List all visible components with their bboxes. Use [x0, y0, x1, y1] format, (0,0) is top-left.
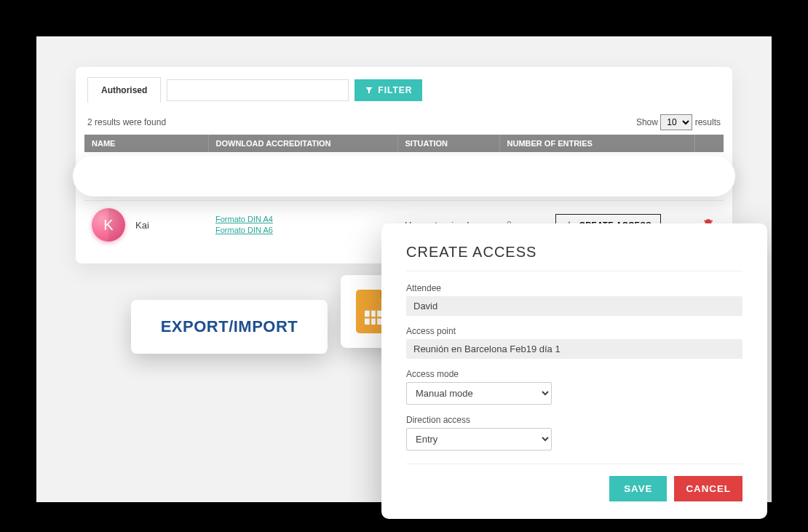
results-bar: 2 results were found Show 10 results [84, 110, 724, 135]
plus-icon [568, 171, 578, 181]
th-situation: SITUATION [397, 135, 499, 152]
row-name: Kai [135, 220, 149, 231]
trash-icon[interactable] [702, 169, 715, 182]
cancel-button[interactable]: CANCEL [674, 476, 742, 501]
accreditation-a6-link[interactable]: Formato DIN A6 [215, 176, 390, 187]
th-entries: NUMBER OF ENTRIES [499, 135, 694, 152]
filter-label: FILTER [378, 85, 412, 95]
results-found-text: 2 results were found [87, 117, 166, 127]
table-row: D David Formato DIN A4 Formato DIN A6 It… [84, 152, 724, 201]
accesspoint-field: Reunión en Barcelona Feb19 día 1 [406, 339, 742, 359]
create-access-modal: CREATE ACCESS Attendee David Access poin… [381, 223, 767, 519]
direction-label: Direction access [406, 415, 742, 425]
th-download: DOWNLOAD ACCREDITATION [208, 135, 397, 152]
results-label: results [695, 117, 721, 127]
accessmode-select[interactable]: Manual mode [406, 382, 552, 405]
export-import-label: EXPORT/IMPORT [161, 317, 298, 336]
show-label: Show [636, 117, 658, 127]
tab-authorised[interactable]: Authorised [87, 77, 161, 103]
accreditation-a6-link[interactable]: Formato DIN A6 [215, 225, 390, 236]
direction-select[interactable]: Entry [406, 428, 552, 450]
avatar: D [92, 159, 125, 193]
accessmode-label: Access mode [406, 369, 742, 379]
modal-title: CREATE ACCESS [406, 244, 742, 271]
create-access-button[interactable]: CREATE ACCESS [555, 163, 675, 189]
attendee-label: Attendee [406, 283, 742, 293]
accreditation-a4-link[interactable]: Formato DIN A4 [215, 165, 390, 176]
show-select[interactable]: 10 [660, 114, 692, 130]
row-entries: 0 [507, 171, 512, 181]
search-input[interactable] [167, 79, 349, 101]
row-situation: It's outside [397, 152, 499, 201]
avatar: K [92, 208, 125, 242]
save-button[interactable]: SAVE [609, 476, 667, 501]
tabs-row: Authorised FILTER [84, 74, 724, 110]
funnel-icon [365, 86, 373, 95]
accesspoint-label: Access point [406, 326, 742, 336]
th-name: NAME [84, 135, 208, 152]
filter-button[interactable]: FILTER [355, 79, 422, 101]
accreditation-a4-link[interactable]: Formato DIN A4 [215, 214, 390, 225]
export-import-card[interactable]: EXPORT/IMPORT [131, 300, 328, 354]
attendee-field: David [406, 296, 742, 316]
row-name: David [135, 171, 159, 182]
th-actions [694, 135, 724, 152]
